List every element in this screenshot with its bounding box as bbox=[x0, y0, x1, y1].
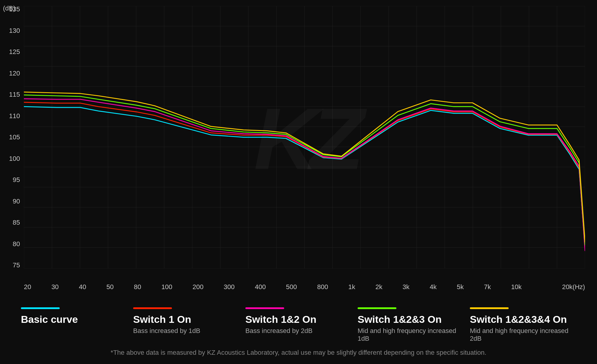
legend-subtitle-switch1: Bass increased by 1dB bbox=[133, 327, 200, 335]
legend-line-switch12 bbox=[245, 307, 284, 309]
legend-title-switch123: Switch 1&2&3 On bbox=[358, 314, 442, 325]
y-axis-labels: 135 130 125 120 115 110 105 100 95 90 85… bbox=[0, 6, 22, 269]
x-label-400: 400 bbox=[255, 283, 266, 291]
x-label-300: 300 bbox=[224, 283, 235, 291]
y-label-105: 105 bbox=[9, 134, 20, 141]
legend-title-basic: Basic curve bbox=[21, 314, 78, 325]
legend-subtitle-switch1234: Mid and high frequency increased 2dB bbox=[470, 327, 576, 343]
x-label-4k: 4k bbox=[430, 283, 436, 291]
y-label-80: 80 bbox=[13, 241, 20, 247]
legend-basic-curve: Basic curve bbox=[18, 307, 130, 327]
x-label-800: 800 bbox=[317, 283, 328, 291]
legend-switch1234: Switch 1&2&3&4 On Mid and high frequency… bbox=[467, 307, 579, 343]
x-axis-labels: 20 30 40 50 80 100 200 300 400 500 800 1… bbox=[24, 280, 585, 291]
legend-switch123: Switch 1&2&3 On Mid and high frequency i… bbox=[355, 307, 467, 343]
x-label-50: 50 bbox=[106, 283, 113, 291]
y-label-135: 135 bbox=[9, 6, 20, 13]
y-label-85: 85 bbox=[13, 219, 20, 226]
y-label-125: 125 bbox=[9, 49, 20, 55]
legend-switch12: Switch 1&2 On Bass increased by 2dB bbox=[242, 307, 355, 335]
legend-subtitle-switch12: Bass increased by 2dB bbox=[245, 327, 313, 335]
x-label-40: 40 bbox=[79, 283, 86, 291]
frequency-response-svg: KZ bbox=[24, 6, 585, 269]
x-label-1k: 1k bbox=[348, 283, 355, 291]
legend-title-switch1: Switch 1 On bbox=[133, 314, 191, 325]
x-label-100: 100 bbox=[161, 283, 173, 291]
legend-title-switch1234: Switch 1&2&3&4 On bbox=[470, 314, 567, 325]
x-label-5k: 5k bbox=[457, 283, 464, 291]
legend-line-switch1 bbox=[133, 307, 172, 309]
y-label-100: 100 bbox=[9, 155, 20, 162]
legend-line-basic bbox=[21, 307, 60, 309]
legend-line-switch123 bbox=[358, 307, 396, 309]
y-label-95: 95 bbox=[13, 177, 20, 183]
svg-text:KZ: KZ bbox=[254, 90, 368, 188]
legend-subtitle-switch123: Mid and high frequency increased 1dB bbox=[358, 327, 464, 343]
x-label-3k: 3k bbox=[403, 283, 410, 291]
y-label-110: 110 bbox=[9, 113, 20, 119]
y-label-120: 120 bbox=[9, 70, 20, 77]
y-label-90: 90 bbox=[13, 198, 20, 205]
chart-container: (dB) 135 130 125 120 115 110 105 100 95 … bbox=[0, 0, 597, 364]
x-label-80: 80 bbox=[134, 283, 141, 291]
x-label-20k: 20k(Hz) bbox=[562, 283, 585, 291]
x-label-200: 200 bbox=[193, 283, 204, 291]
y-label-75: 75 bbox=[13, 262, 20, 269]
legend-switch1: Switch 1 On Bass increased by 1dB bbox=[130, 307, 242, 335]
legend-title-switch12: Switch 1&2 On bbox=[245, 314, 316, 325]
x-label-2k: 2k bbox=[376, 283, 382, 291]
footnote: *The above data is measured by KZ Acoust… bbox=[0, 349, 597, 357]
y-label-130: 130 bbox=[9, 27, 20, 34]
y-label-115: 115 bbox=[9, 91, 20, 98]
x-label-30: 30 bbox=[51, 283, 59, 291]
x-label-500: 500 bbox=[286, 283, 297, 291]
legend-line-switch1234 bbox=[470, 307, 509, 309]
x-label-10k: 10k bbox=[511, 283, 521, 291]
x-label-20: 20 bbox=[24, 283, 31, 291]
x-label-7k: 7k bbox=[484, 283, 491, 291]
